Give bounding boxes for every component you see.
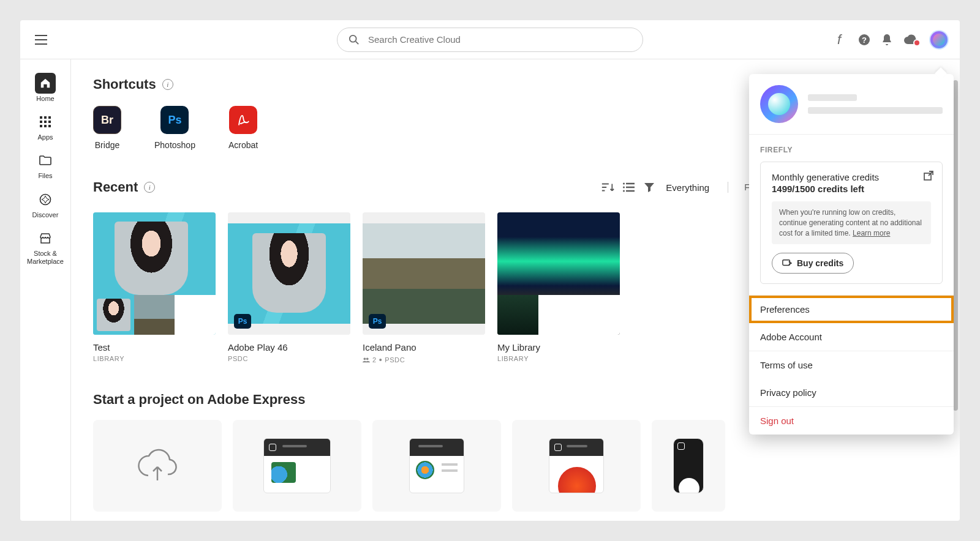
notifications-button[interactable] bbox=[881, 34, 892, 46]
buy-credits-button[interactable]: Buy credits bbox=[772, 253, 854, 274]
svg-rect-10 bbox=[40, 125, 42, 127]
menu-item-terms[interactable]: Terms of use bbox=[749, 351, 954, 379]
recent-item-name: Test bbox=[93, 342, 216, 353]
svg-point-15 bbox=[623, 187, 625, 188]
svg-rect-4 bbox=[40, 116, 42, 119]
sort-button[interactable] bbox=[601, 182, 614, 193]
credits-remaining: 1499/1500 credits left bbox=[772, 184, 931, 194]
svg-text:?: ? bbox=[862, 35, 867, 45]
svg-rect-8 bbox=[44, 121, 47, 123]
svg-point-0 bbox=[350, 35, 356, 42]
menu-item-preferences[interactable]: Preferences bbox=[749, 296, 954, 323]
express-template-card[interactable] bbox=[372, 420, 501, 512]
photoshop-badge-icon: Ps bbox=[234, 314, 251, 329]
shortcut-label: Bridge bbox=[95, 140, 119, 150]
sidebar-item-label: Stock & Marketplace bbox=[20, 250, 70, 266]
help-icon: ? bbox=[858, 34, 870, 46]
topbar-right: f ? bbox=[836, 30, 949, 50]
credits-note: When you're running low on credits, cont… bbox=[772, 201, 931, 244]
recent-item-meta: LIBRARY bbox=[93, 355, 216, 362]
recent-item-meta: 2•PSDC bbox=[363, 355, 485, 365]
recent-item[interactable]: Ps Iceland Pano 2•PSDC bbox=[363, 212, 485, 365]
shortcut-label: Acrobat bbox=[228, 140, 258, 150]
help-button[interactable]: ? bbox=[858, 34, 870, 46]
fonts-button[interactable]: f bbox=[836, 33, 847, 47]
recent-item-name: My Library bbox=[497, 342, 620, 353]
home-icon bbox=[40, 78, 51, 89]
shared-icon bbox=[363, 357, 370, 363]
firefly-credits-card: Monthly generative credits 1499/1500 cre… bbox=[760, 162, 943, 284]
user-info-redacted bbox=[808, 94, 943, 114]
svg-point-16 bbox=[623, 190, 625, 192]
recent-item-meta: PSDC bbox=[228, 355, 350, 362]
svg-rect-11 bbox=[44, 125, 47, 127]
sidebar-item-stock[interactable]: Stock & Marketplace bbox=[20, 228, 70, 266]
menu-item-privacy[interactable]: Privacy policy bbox=[749, 379, 954, 406]
search-box[interactable] bbox=[337, 28, 643, 52]
shortcut-acrobat[interactable]: Acrobat bbox=[228, 106, 258, 150]
svg-rect-6 bbox=[48, 116, 51, 119]
filter-funnel-button[interactable] bbox=[644, 182, 655, 193]
svg-text:f: f bbox=[837, 33, 843, 47]
recent-item[interactable]: My Library LIBRARY bbox=[497, 212, 620, 365]
search-icon bbox=[349, 34, 360, 45]
sidebar-item-files[interactable]: Files bbox=[35, 150, 56, 180]
photoshop-icon: Ps bbox=[160, 106, 189, 134]
hamburger-icon bbox=[35, 35, 47, 45]
recent-item[interactable]: Test LIBRARY bbox=[93, 212, 216, 365]
firefly-section: FIREFLY Monthly generative credits 1499/… bbox=[749, 135, 954, 295]
sidebar-item-apps[interactable]: Apps bbox=[35, 111, 56, 141]
sidebar: Home Apps Files Discover Stock & Marketp… bbox=[20, 59, 71, 521]
menu-item-signout[interactable]: Sign out bbox=[749, 407, 954, 435]
photoshop-badge-icon: Ps bbox=[369, 314, 386, 329]
recent-item[interactable]: Ps Adobe Play 46 PSDC bbox=[228, 212, 350, 365]
info-icon[interactable]: i bbox=[144, 182, 155, 193]
topbar: f ? bbox=[20, 20, 960, 59]
recent-item-meta: LIBRARY bbox=[497, 355, 620, 362]
recent-item-name: Iceland Pano bbox=[363, 342, 485, 353]
popover-menu: Preferences Adobe Account Terms of use P… bbox=[749, 295, 954, 435]
express-title: Start a project on Adobe Express bbox=[93, 392, 305, 408]
sidebar-item-label: Apps bbox=[37, 133, 53, 141]
firefly-heading: FIREFLY bbox=[760, 146, 943, 154]
express-template-card[interactable] bbox=[652, 420, 725, 512]
sidebar-item-label: Discover bbox=[32, 211, 59, 219]
list-icon bbox=[623, 182, 635, 192]
folder-icon bbox=[39, 155, 51, 165]
avatar-large-icon bbox=[760, 85, 798, 123]
cloud-upload-icon bbox=[136, 449, 179, 483]
thumbnail: Ps bbox=[363, 212, 485, 335]
filter-scope-label[interactable]: Everything bbox=[666, 182, 709, 193]
acrobat-icon bbox=[229, 106, 257, 134]
express-upload-card[interactable] bbox=[93, 420, 222, 512]
sidebar-item-discover[interactable]: Discover bbox=[32, 189, 59, 219]
express-template-card[interactable] bbox=[233, 420, 361, 512]
list-view-button[interactable] bbox=[623, 182, 635, 192]
thumbnail bbox=[93, 212, 216, 335]
credits-title: Monthly generative credits bbox=[772, 172, 931, 182]
svg-point-17 bbox=[364, 357, 366, 360]
open-external-button[interactable] bbox=[924, 171, 933, 183]
profile-button[interactable] bbox=[929, 30, 949, 50]
learn-more-link[interactable]: Learn more bbox=[853, 229, 890, 237]
scrollbar[interactable] bbox=[953, 80, 958, 411]
svg-point-14 bbox=[623, 183, 625, 185]
store-icon bbox=[39, 233, 51, 244]
search-input[interactable] bbox=[368, 34, 631, 45]
sidebar-item-home[interactable]: Home bbox=[35, 73, 56, 103]
shortcut-label: Photoshop bbox=[154, 140, 195, 150]
shortcuts-title: Shortcuts bbox=[93, 76, 156, 92]
menu-item-adobe-account[interactable]: Adobe Account bbox=[749, 323, 954, 351]
bell-icon bbox=[881, 34, 892, 46]
cloud-sync-button[interactable] bbox=[903, 34, 918, 45]
menu-button[interactable] bbox=[31, 31, 51, 48]
recent-title: Recent bbox=[93, 179, 138, 195]
shortcut-bridge[interactable]: Br Bridge bbox=[93, 106, 121, 150]
shortcut-photoshop[interactable]: Ps Photoshop bbox=[154, 106, 195, 150]
separator bbox=[728, 182, 728, 193]
express-template-card[interactable] bbox=[512, 420, 641, 512]
open-external-icon bbox=[924, 171, 933, 181]
sort-icon bbox=[601, 182, 614, 193]
bridge-icon: Br bbox=[93, 106, 121, 134]
info-icon[interactable]: i bbox=[162, 79, 173, 90]
